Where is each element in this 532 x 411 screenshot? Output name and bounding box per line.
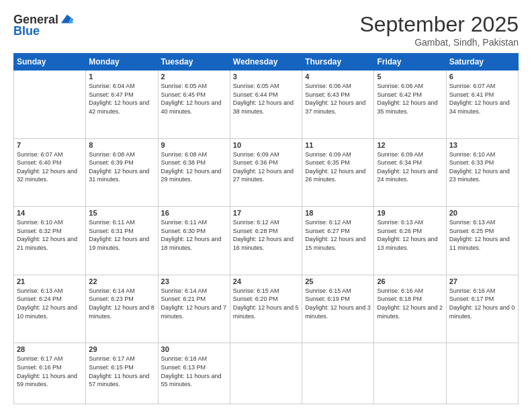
calendar-cell: 23 Sunrise: 6:14 AMSunset: 6:21 PMDaylig… [158,275,230,343]
calendar-cell: 22 Sunrise: 6:14 AMSunset: 6:23 PMDaylig… [86,275,158,343]
day-info: Sunrise: 6:14 AMSunset: 6:21 PMDaylight:… [161,287,227,320]
calendar-cell: 16 Sunrise: 6:11 AMSunset: 6:30 PMDaylig… [158,207,230,275]
calendar-week-3: 21 Sunrise: 6:13 AMSunset: 6:24 PMDaylig… [14,275,519,343]
calendar-cell [14,71,86,139]
day-info: Sunrise: 6:06 AMSunset: 6:43 PMDaylight:… [305,82,371,116]
day-info: Sunrise: 6:11 AMSunset: 6:30 PMDaylight:… [161,218,227,252]
day-number: 8 [89,141,154,149]
day-number: 1 [89,73,154,81]
weekday-header-row: SundayMondayTuesdayWednesdayThursdayFrid… [14,54,519,71]
calendar-cell: 11 Sunrise: 6:09 AMSunset: 6:35 PMDaylig… [302,138,374,207]
day-number: 17 [233,209,299,217]
day-info: Sunrise: 6:05 AMSunset: 6:44 PMDaylight:… [233,82,299,116]
calendar-cell: 14 Sunrise: 6:10 AMSunset: 6:32 PMDaylig… [14,207,86,275]
day-number: 24 [233,277,299,285]
day-number: 12 [377,141,443,149]
day-info: Sunrise: 6:16 AMSunset: 6:17 PMDaylight:… [449,287,515,320]
day-number: 16 [161,209,227,217]
calendar-cell: 17 Sunrise: 6:12 AMSunset: 6:28 PMDaylig… [230,207,302,275]
day-number: 15 [89,209,154,217]
day-info: Sunrise: 6:07 AMSunset: 6:41 PMDaylight:… [449,82,515,116]
day-info: Sunrise: 6:09 AMSunset: 6:35 PMDaylight:… [305,150,371,184]
day-info: Sunrise: 6:13 AMSunset: 6:24 PMDaylight:… [17,287,83,320]
page: General Blue September 2025 Gambat, Sind… [0,0,532,411]
day-info: Sunrise: 6:09 AMSunset: 6:36 PMDaylight:… [233,150,299,184]
day-info: Sunrise: 6:18 AMSunset: 6:13 PMDaylight:… [161,355,227,388]
calendar-cell: 21 Sunrise: 6:13 AMSunset: 6:24 PMDaylig… [14,275,86,343]
day-info: Sunrise: 6:08 AMSunset: 6:38 PMDaylight:… [161,150,227,184]
day-info: Sunrise: 6:10 AMSunset: 6:32 PMDaylight:… [17,218,83,252]
logo: General Blue [13,12,75,38]
logo-icon [60,12,75,27]
day-info: Sunrise: 6:12 AMSunset: 6:28 PMDaylight:… [233,218,299,252]
day-number: 10 [233,141,299,149]
weekday-header-thursday: Thursday [302,54,374,71]
day-number: 7 [17,141,83,149]
day-info: Sunrise: 6:17 AMSunset: 6:15 PMDaylight:… [89,355,154,388]
calendar-cell: 1 Sunrise: 6:04 AMSunset: 6:47 PMDayligh… [86,71,158,139]
weekday-header-friday: Friday [374,54,446,71]
day-number: 18 [305,209,371,217]
day-info: Sunrise: 6:16 AMSunset: 6:18 PMDaylight:… [377,287,443,320]
day-number: 23 [161,277,227,285]
calendar-week-0: 1 Sunrise: 6:04 AMSunset: 6:47 PMDayligh… [14,71,519,139]
day-number: 22 [89,277,154,285]
calendar-cell: 8 Sunrise: 6:08 AMSunset: 6:39 PMDayligh… [86,138,158,207]
calendar-cell: 9 Sunrise: 6:08 AMSunset: 6:38 PMDayligh… [158,138,230,207]
day-info: Sunrise: 6:10 AMSunset: 6:33 PMDaylight:… [449,150,515,184]
weekday-header-wednesday: Wednesday [230,54,302,71]
day-info: Sunrise: 6:08 AMSunset: 6:39 PMDaylight:… [89,150,154,184]
day-info: Sunrise: 6:12 AMSunset: 6:27 PMDaylight:… [305,218,371,252]
calendar-table: SundayMondayTuesdayWednesdayThursdayFrid… [13,53,519,404]
day-info: Sunrise: 6:13 AMSunset: 6:25 PMDaylight:… [449,218,515,252]
day-number: 27 [449,277,515,285]
day-number: 11 [305,141,371,149]
calendar-cell: 13 Sunrise: 6:10 AMSunset: 6:33 PMDaylig… [446,138,518,207]
calendar-cell [302,343,374,404]
weekday-header-saturday: Saturday [446,54,518,71]
day-number: 28 [17,345,83,353]
calendar-cell: 30 Sunrise: 6:18 AMSunset: 6:13 PMDaylig… [158,343,230,404]
calendar-week-1: 7 Sunrise: 6:07 AMSunset: 6:40 PMDayligh… [14,138,519,207]
header: General Blue September 2025 Gambat, Sind… [13,12,519,48]
day-info: Sunrise: 6:15 AMSunset: 6:20 PMDaylight:… [233,287,299,320]
month-title: September 2025 [359,12,519,37]
calendar-cell: 5 Sunrise: 6:06 AMSunset: 6:42 PMDayligh… [374,71,446,139]
calendar-cell: 7 Sunrise: 6:07 AMSunset: 6:40 PMDayligh… [14,138,86,207]
calendar-cell: 27 Sunrise: 6:16 AMSunset: 6:17 PMDaylig… [446,275,518,343]
day-number: 19 [377,209,443,217]
day-number: 2 [161,73,227,81]
location: Gambat, Sindh, Pakistan [359,37,519,48]
weekday-header-tuesday: Tuesday [158,54,230,71]
day-number: 30 [161,345,227,353]
day-number: 3 [233,73,299,81]
day-info: Sunrise: 6:11 AMSunset: 6:31 PMDaylight:… [89,218,154,252]
day-number: 4 [305,73,371,81]
day-info: Sunrise: 6:07 AMSunset: 6:40 PMDaylight:… [17,150,83,184]
day-info: Sunrise: 6:13 AMSunset: 6:26 PMDaylight:… [377,218,443,252]
calendar-cell: 12 Sunrise: 6:09 AMSunset: 6:34 PMDaylig… [374,138,446,207]
day-number: 25 [305,277,371,285]
calendar-cell: 15 Sunrise: 6:11 AMSunset: 6:31 PMDaylig… [86,207,158,275]
day-number: 6 [449,73,515,81]
calendar-cell: 4 Sunrise: 6:06 AMSunset: 6:43 PMDayligh… [302,71,374,139]
day-info: Sunrise: 6:04 AMSunset: 6:47 PMDaylight:… [89,82,154,116]
calendar-cell: 18 Sunrise: 6:12 AMSunset: 6:27 PMDaylig… [302,207,374,275]
calendar-week-2: 14 Sunrise: 6:10 AMSunset: 6:32 PMDaylig… [14,207,519,275]
calendar-cell [446,343,518,404]
calendar-cell: 28 Sunrise: 6:17 AMSunset: 6:16 PMDaylig… [14,343,86,404]
day-number: 29 [89,345,154,353]
calendar-cell: 10 Sunrise: 6:09 AMSunset: 6:36 PMDaylig… [230,138,302,207]
weekday-header-sunday: Sunday [14,54,86,71]
day-info: Sunrise: 6:17 AMSunset: 6:16 PMDaylight:… [17,355,83,388]
weekday-header-monday: Monday [86,54,158,71]
day-info: Sunrise: 6:06 AMSunset: 6:42 PMDaylight:… [377,82,443,116]
day-info: Sunrise: 6:15 AMSunset: 6:19 PMDaylight:… [305,287,371,320]
calendar-cell: 26 Sunrise: 6:16 AMSunset: 6:18 PMDaylig… [374,275,446,343]
title-block: September 2025 Gambat, Sindh, Pakistan [359,12,519,48]
calendar-cell: 25 Sunrise: 6:15 AMSunset: 6:19 PMDaylig… [302,275,374,343]
day-info: Sunrise: 6:05 AMSunset: 6:45 PMDaylight:… [161,82,227,116]
calendar-cell [230,343,302,404]
day-info: Sunrise: 6:09 AMSunset: 6:34 PMDaylight:… [377,150,443,184]
calendar-cell: 24 Sunrise: 6:15 AMSunset: 6:20 PMDaylig… [230,275,302,343]
